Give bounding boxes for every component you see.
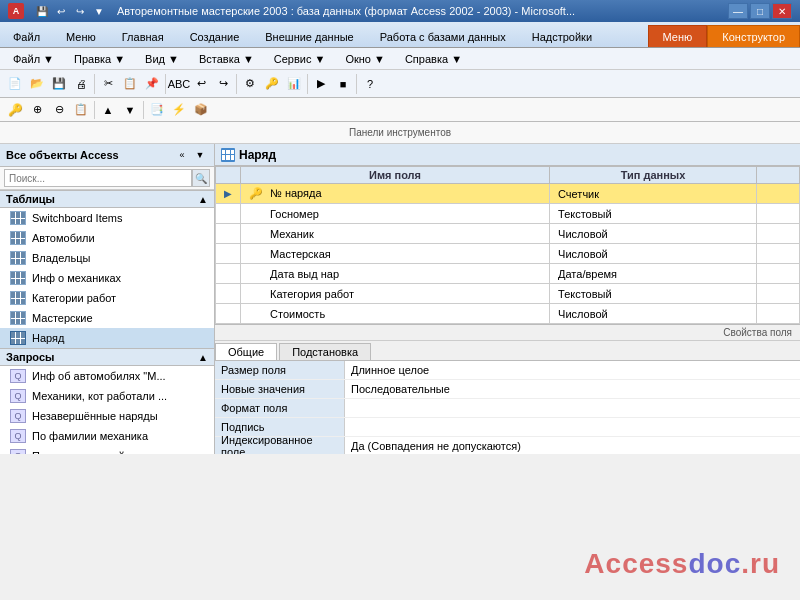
field-name-cell[interactable]: Мастерская — [241, 244, 550, 264]
data-type-cell[interactable]: Текстовый — [550, 284, 757, 304]
tb2-move-up[interactable]: ▲ — [97, 100, 119, 120]
tb-print[interactable]: 🖨 — [70, 74, 92, 94]
data-type-cell[interactable]: Дата/время — [550, 264, 757, 284]
tab-create[interactable]: Создание — [177, 25, 253, 47]
close-button[interactable]: ✕ — [772, 3, 792, 19]
menu-file[interactable]: Файл ▼ — [4, 49, 63, 69]
tb-run[interactable]: ▶ — [310, 74, 332, 94]
nav-item-q3[interactable]: Q Незавершённые наряды — [0, 406, 214, 426]
qat-save[interactable]: 💾 — [34, 4, 50, 18]
nav-item-q1[interactable]: Q Инф об автомобилях "М... — [0, 366, 214, 386]
panel-menu-btn[interactable]: ▼ — [192, 147, 208, 163]
tb-indexes[interactable]: 🔑 — [261, 74, 283, 94]
table-row[interactable]: Стоимость Числовой — [216, 304, 800, 324]
nav-item-vladeltsy[interactable]: Владельцы — [0, 248, 214, 268]
tb2-properties[interactable]: 📋 — [70, 100, 92, 120]
maximize-button[interactable]: □ — [750, 3, 770, 19]
description-cell[interactable] — [756, 244, 799, 264]
props-tab-general[interactable]: Общие — [215, 343, 277, 360]
tb-undo[interactable]: ↩ — [190, 74, 212, 94]
prop-value[interactable] — [345, 399, 800, 417]
description-cell[interactable] — [756, 184, 799, 204]
tab-file[interactable]: Файл — [0, 25, 53, 47]
section-queries[interactable]: Запросы ▲ — [0, 348, 214, 366]
tb-stop[interactable]: ■ — [332, 74, 354, 94]
tab-designer[interactable]: Конструктор — [707, 25, 800, 47]
section-tables[interactable]: Таблицы ▲ — [0, 190, 214, 208]
tb2-insert-rows[interactable]: ⊕ — [26, 100, 48, 120]
table-row[interactable]: ▶ 🔑 № наряда Счетчик — [216, 184, 800, 204]
field-name-cell[interactable]: Дата выд нар — [241, 264, 550, 284]
tb-help[interactable]: ? — [359, 74, 381, 94]
tb2-primary-key[interactable]: 🔑 — [4, 100, 26, 120]
section-tables-toggle[interactable]: ▲ — [198, 194, 208, 205]
tb2-delete-rows[interactable]: ⊖ — [48, 100, 70, 120]
qat-dropdown[interactable]: ▼ — [91, 4, 107, 18]
tb-redo[interactable]: ↪ — [212, 74, 234, 94]
field-name-cell[interactable]: Стоимость — [241, 304, 550, 324]
prop-value[interactable]: Длинное целое — [345, 361, 800, 379]
search-input[interactable] — [4, 169, 192, 187]
field-name-cell[interactable]: 🔑 № наряда — [241, 184, 550, 204]
nav-item-masterskie[interactable]: Мастерские — [0, 308, 214, 328]
nav-item-q5[interactable]: Q Поиск мастерской — [0, 446, 214, 454]
data-type-cell[interactable]: Числовой — [550, 244, 757, 264]
tab-menu[interactable]: Меню — [53, 25, 109, 47]
table-row[interactable]: Категория работ Текстовый — [216, 284, 800, 304]
menu-window[interactable]: Окно ▼ — [336, 49, 394, 69]
panel-toggle-btn[interactable]: « — [174, 147, 190, 163]
tb2-indexes2[interactable]: 📑 — [146, 100, 168, 120]
description-cell[interactable] — [756, 224, 799, 244]
field-name-cell[interactable]: Госномер — [241, 204, 550, 224]
nav-item-switchboard[interactable]: Switchboard Items — [0, 208, 214, 228]
tab-addins[interactable]: Надстройки — [519, 25, 605, 47]
minimize-button[interactable]: — — [728, 3, 748, 19]
tab-home[interactable]: Главная — [109, 25, 177, 47]
table-row[interactable]: Мастерская Числовой — [216, 244, 800, 264]
table-row[interactable]: Дата выд нар Дата/время — [216, 264, 800, 284]
field-name-cell[interactable]: Категория работ — [241, 284, 550, 304]
description-cell[interactable] — [756, 284, 799, 304]
data-type-cell[interactable]: Счетчик — [550, 184, 757, 204]
menu-insert[interactable]: Вставка ▼ — [190, 49, 263, 69]
field-name-cell[interactable]: Механик — [241, 224, 550, 244]
props-tab-lookup[interactable]: Подстановка — [279, 343, 371, 360]
tb-new[interactable]: 📄 — [4, 74, 26, 94]
section-queries-toggle[interactable]: ▲ — [198, 352, 208, 363]
nav-item-avtomobili[interactable]: Автомобили — [0, 228, 214, 248]
tb-save[interactable]: 💾 — [48, 74, 70, 94]
menu-help[interactable]: Справка ▼ — [396, 49, 471, 69]
tb2-macro[interactable]: ⚡ — [168, 100, 190, 120]
description-cell[interactable] — [756, 304, 799, 324]
prop-value[interactable]: Последовательные — [345, 380, 800, 398]
tb-open[interactable]: 📂 — [26, 74, 48, 94]
tb-copy[interactable]: 📋 — [119, 74, 141, 94]
qat-redo[interactable]: ↪ — [72, 4, 88, 18]
tb-fields[interactable]: ⚙ — [239, 74, 261, 94]
nav-item-q4[interactable]: Q По фамилии механика — [0, 426, 214, 446]
nav-item-kategorii[interactable]: Категории работ — [0, 288, 214, 308]
description-cell[interactable] — [756, 264, 799, 284]
tab-external[interactable]: Внешние данные — [252, 25, 366, 47]
nav-item-inf-mech[interactable]: Инф о механиках — [0, 268, 214, 288]
data-type-cell[interactable]: Числовой — [550, 304, 757, 324]
nav-item-naryad[interactable]: Наряд — [0, 328, 214, 348]
tb2-move-down[interactable]: ▼ — [119, 100, 141, 120]
prop-value[interactable] — [345, 418, 800, 436]
data-type-cell[interactable]: Текстовый — [550, 204, 757, 224]
tab-work-tables[interactable]: Меню — [648, 25, 708, 47]
table-row[interactable]: Госномер Текстовый — [216, 204, 800, 224]
tab-dbtools[interactable]: Работа с базами данных — [367, 25, 519, 47]
table-row[interactable]: Механик Числовой — [216, 224, 800, 244]
search-button[interactable]: 🔍 — [192, 169, 210, 187]
tb-paste[interactable]: 📌 — [141, 74, 163, 94]
prop-value[interactable]: Да (Совпадения не допускаются) — [345, 437, 800, 454]
tb-cut[interactable]: ✂ — [97, 74, 119, 94]
menu-edit[interactable]: Правка ▼ — [65, 49, 134, 69]
menu-tools[interactable]: Сервис ▼ — [265, 49, 335, 69]
qat-undo[interactable]: ↩ — [53, 4, 69, 18]
tb2-module[interactable]: 📦 — [190, 100, 212, 120]
nav-item-q2[interactable]: Q Механики, кот работали ... — [0, 386, 214, 406]
description-cell[interactable] — [756, 204, 799, 224]
data-type-cell[interactable]: Числовой — [550, 224, 757, 244]
